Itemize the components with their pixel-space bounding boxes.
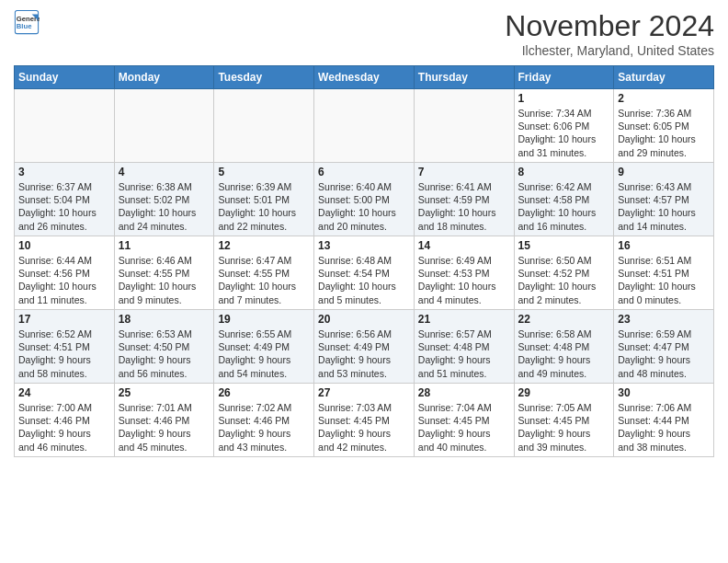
week-row-4: 17Sunrise: 6:52 AM Sunset: 4:51 PM Dayli… — [15, 310, 714, 384]
day-cell: 21Sunrise: 6:57 AM Sunset: 4:48 PM Dayli… — [414, 310, 514, 384]
day-info: Sunrise: 6:56 AM Sunset: 4:49 PM Dayligh… — [318, 327, 410, 380]
calendar-header: SundayMondayTuesdayWednesdayThursdayFrid… — [15, 66, 714, 89]
day-number: 15 — [518, 239, 610, 252]
week-row-2: 3Sunrise: 6:37 AM Sunset: 5:04 PM Daylig… — [15, 163, 714, 236]
day-number: 8 — [518, 166, 610, 178]
day-info: Sunrise: 6:39 AM Sunset: 5:01 PM Dayligh… — [218, 180, 310, 233]
day-cell — [314, 89, 415, 163]
day-cell: 7Sunrise: 6:41 AM Sunset: 4:59 PM Daylig… — [414, 163, 514, 236]
day-cell: 22Sunrise: 6:58 AM Sunset: 4:48 PM Dayli… — [514, 310, 614, 384]
day-info: Sunrise: 6:57 AM Sunset: 4:48 PM Dayligh… — [418, 327, 510, 380]
day-cell: 12Sunrise: 6:47 AM Sunset: 4:55 PM Dayli… — [214, 236, 314, 310]
day-number: 5 — [218, 166, 310, 178]
logo: General Blue — [14, 9, 40, 35]
day-number: 25 — [119, 386, 210, 399]
day-cell — [214, 89, 314, 163]
week-row-1: 1Sunrise: 7:34 AM Sunset: 6:06 PM Daylig… — [15, 89, 714, 163]
svg-text:Blue: Blue — [17, 22, 32, 30]
day-number: 4 — [119, 166, 210, 178]
day-info: Sunrise: 6:49 AM Sunset: 4:53 PM Dayligh… — [418, 254, 510, 306]
week-row-3: 10Sunrise: 6:44 AM Sunset: 4:56 PM Dayli… — [15, 236, 714, 310]
day-cell: 6Sunrise: 6:40 AM Sunset: 5:00 PM Daylig… — [314, 163, 415, 236]
day-number: 14 — [418, 239, 510, 252]
day-info: Sunrise: 7:00 AM Sunset: 4:46 PM Dayligh… — [18, 401, 110, 454]
day-info: Sunrise: 7:34 AM Sunset: 6:06 PM Dayligh… — [518, 107, 610, 159]
page-header: General Blue November 2024 Ilchester, Ma… — [14, 9, 714, 58]
day-info: Sunrise: 7:04 AM Sunset: 4:45 PM Dayligh… — [418, 401, 510, 454]
weekday-header-sunday: Sunday — [15, 66, 115, 89]
day-number: 17 — [18, 313, 110, 326]
day-number: 1 — [518, 92, 610, 105]
day-info: Sunrise: 6:51 AM Sunset: 4:51 PM Dayligh… — [618, 254, 710, 306]
day-cell: 27Sunrise: 7:03 AM Sunset: 4:45 PM Dayli… — [314, 384, 415, 457]
day-number: 16 — [618, 239, 710, 252]
day-cell: 29Sunrise: 7:05 AM Sunset: 4:45 PM Dayli… — [514, 384, 614, 457]
day-number: 9 — [618, 166, 710, 178]
day-info: Sunrise: 6:50 AM Sunset: 4:52 PM Dayligh… — [518, 254, 610, 306]
day-cell: 9Sunrise: 6:43 AM Sunset: 4:57 PM Daylig… — [614, 163, 714, 236]
weekday-header-friday: Friday — [514, 66, 614, 89]
day-info: Sunrise: 7:05 AM Sunset: 4:45 PM Dayligh… — [518, 401, 610, 454]
day-info: Sunrise: 6:42 AM Sunset: 4:58 PM Dayligh… — [518, 180, 610, 233]
day-number: 29 — [518, 386, 610, 399]
month-title: November 2024 — [505, 9, 714, 43]
day-number: 6 — [318, 166, 410, 178]
day-cell: 23Sunrise: 6:59 AM Sunset: 4:47 PM Dayli… — [614, 310, 714, 384]
day-info: Sunrise: 6:38 AM Sunset: 5:02 PM Dayligh… — [119, 180, 210, 233]
day-cell: 30Sunrise: 7:06 AM Sunset: 4:44 PM Dayli… — [614, 384, 714, 457]
location: Ilchester, Maryland, United States — [505, 43, 714, 58]
day-info: Sunrise: 6:43 AM Sunset: 4:57 PM Dayligh… — [618, 180, 710, 233]
day-number: 10 — [18, 239, 110, 252]
day-number: 2 — [618, 92, 710, 105]
day-number: 11 — [119, 239, 210, 252]
calendar-table: SundayMondayTuesdayWednesdayThursdayFrid… — [14, 65, 714, 457]
weekday-header-monday: Monday — [114, 66, 214, 89]
day-cell: 3Sunrise: 6:37 AM Sunset: 5:04 PM Daylig… — [15, 163, 115, 236]
day-info: Sunrise: 7:02 AM Sunset: 4:46 PM Dayligh… — [218, 401, 310, 454]
day-info: Sunrise: 7:36 AM Sunset: 6:05 PM Dayligh… — [618, 107, 710, 159]
day-cell: 17Sunrise: 6:52 AM Sunset: 4:51 PM Dayli… — [15, 310, 115, 384]
day-cell: 14Sunrise: 6:49 AM Sunset: 4:53 PM Dayli… — [414, 236, 514, 310]
day-cell: 20Sunrise: 6:56 AM Sunset: 4:49 PM Dayli… — [314, 310, 415, 384]
day-cell — [414, 89, 514, 163]
day-number: 12 — [218, 239, 310, 252]
day-info: Sunrise: 6:59 AM Sunset: 4:47 PM Dayligh… — [618, 327, 710, 380]
day-info: Sunrise: 6:55 AM Sunset: 4:49 PM Dayligh… — [218, 327, 310, 380]
weekday-header-thursday: Thursday — [414, 66, 514, 89]
day-cell: 16Sunrise: 6:51 AM Sunset: 4:51 PM Dayli… — [614, 236, 714, 310]
weekday-header-saturday: Saturday — [614, 66, 714, 89]
day-cell: 11Sunrise: 6:46 AM Sunset: 4:55 PM Dayli… — [114, 236, 214, 310]
day-number: 20 — [318, 313, 410, 326]
day-info: Sunrise: 6:41 AM Sunset: 4:59 PM Dayligh… — [418, 180, 510, 233]
weekday-header-tuesday: Tuesday — [214, 66, 314, 89]
logo-icon: General Blue — [14, 9, 40, 35]
weekday-row: SundayMondayTuesdayWednesdayThursdayFrid… — [15, 66, 714, 89]
day-number: 24 — [18, 386, 110, 399]
day-cell: 15Sunrise: 6:50 AM Sunset: 4:52 PM Dayli… — [514, 236, 614, 310]
day-info: Sunrise: 6:47 AM Sunset: 4:55 PM Dayligh… — [218, 254, 310, 306]
day-cell — [15, 89, 115, 163]
day-info: Sunrise: 6:37 AM Sunset: 5:04 PM Dayligh… — [18, 180, 110, 233]
day-info: Sunrise: 7:06 AM Sunset: 4:44 PM Dayligh… — [618, 401, 710, 454]
day-cell: 19Sunrise: 6:55 AM Sunset: 4:49 PM Dayli… — [214, 310, 314, 384]
day-cell: 13Sunrise: 6:48 AM Sunset: 4:54 PM Dayli… — [314, 236, 415, 310]
day-cell — [114, 89, 214, 163]
day-info: Sunrise: 7:01 AM Sunset: 4:46 PM Dayligh… — [119, 401, 210, 454]
day-info: Sunrise: 6:52 AM Sunset: 4:51 PM Dayligh… — [18, 327, 110, 380]
title-block: November 2024 Ilchester, Maryland, Unite… — [505, 9, 714, 58]
day-cell: 5Sunrise: 6:39 AM Sunset: 5:01 PM Daylig… — [214, 163, 314, 236]
day-number: 22 — [518, 313, 610, 326]
day-number: 7 — [418, 166, 510, 178]
week-row-5: 24Sunrise: 7:00 AM Sunset: 4:46 PM Dayli… — [15, 384, 714, 457]
day-number: 21 — [418, 313, 510, 326]
day-number: 3 — [18, 166, 110, 178]
day-number: 30 — [618, 386, 710, 399]
day-cell: 4Sunrise: 6:38 AM Sunset: 5:02 PM Daylig… — [114, 163, 214, 236]
day-cell: 25Sunrise: 7:01 AM Sunset: 4:46 PM Dayli… — [114, 384, 214, 457]
day-info: Sunrise: 7:03 AM Sunset: 4:45 PM Dayligh… — [318, 401, 410, 454]
day-cell: 10Sunrise: 6:44 AM Sunset: 4:56 PM Dayli… — [15, 236, 115, 310]
day-info: Sunrise: 6:53 AM Sunset: 4:50 PM Dayligh… — [119, 327, 210, 380]
day-number: 28 — [418, 386, 510, 399]
day-info: Sunrise: 6:46 AM Sunset: 4:55 PM Dayligh… — [119, 254, 210, 306]
day-info: Sunrise: 6:44 AM Sunset: 4:56 PM Dayligh… — [18, 254, 110, 306]
